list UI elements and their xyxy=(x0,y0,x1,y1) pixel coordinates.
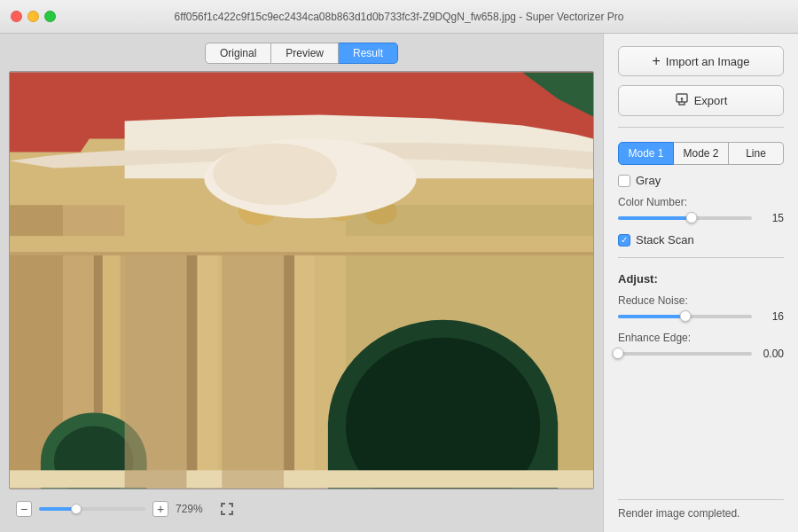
close-button[interactable] xyxy=(11,11,22,22)
stack-scan-option: ✓ Stack Scan xyxy=(618,233,784,246)
mode-tabs: Mode 1 Mode 2 Line xyxy=(618,142,784,165)
minimize-button[interactable] xyxy=(27,11,39,22)
divider-1 xyxy=(618,127,784,128)
plus-icon: + xyxy=(653,53,661,69)
export-icon xyxy=(675,92,689,109)
window-title: 6ff056f1c422c9f15c9ec2434ca08b863d1d0b73… xyxy=(175,11,624,23)
zoom-out-button[interactable]: − xyxy=(16,501,32,517)
zoom-slider[interactable] xyxy=(39,507,145,511)
view-tabs: Original Preview Result xyxy=(9,43,594,64)
image-canvas xyxy=(9,71,594,489)
traffic-lights xyxy=(11,11,56,22)
right-panel: + Import an Image Export Mode 1 Mode 2 L… xyxy=(603,34,798,532)
maximize-button[interactable] xyxy=(44,11,56,22)
status-bar: Render image completed. xyxy=(618,499,784,520)
gray-label: Gray xyxy=(636,174,661,187)
enhance-edge-label: Enhance Edge: xyxy=(618,332,784,344)
zoom-in-button[interactable]: + xyxy=(153,501,168,517)
tab-line[interactable]: Line xyxy=(729,142,784,165)
import-button[interactable]: + Import an Image xyxy=(618,46,784,76)
tab-mode1[interactable]: Mode 1 xyxy=(618,142,674,165)
gray-option: Gray xyxy=(618,174,784,187)
svg-rect-36 xyxy=(231,511,233,515)
color-number-slider[interactable] xyxy=(618,216,752,220)
enhance-edge-value: 0.00 xyxy=(759,348,784,360)
svg-rect-28 xyxy=(10,236,593,252)
tab-result[interactable]: Result xyxy=(339,43,398,64)
export-label: Export xyxy=(694,94,728,107)
main-content: Original Preview Result xyxy=(0,34,798,532)
svg-rect-25 xyxy=(125,249,187,488)
titlebar: 6ff056f1c422c9f15c9ec2434ca08b863d1d0b73… xyxy=(0,0,798,34)
reduce-noise-value: 16 xyxy=(759,310,784,323)
reduce-noise-slider-row: 16 xyxy=(618,310,784,323)
reduce-noise-label: Reduce Noise: xyxy=(618,294,784,307)
artwork-svg xyxy=(10,72,593,489)
import-label: Import an Image xyxy=(666,55,750,68)
gray-checkbox[interactable] xyxy=(618,175,630,187)
stack-scan-label: Stack Scan xyxy=(636,233,694,246)
color-number-section: Color Number: 15 xyxy=(618,196,784,224)
enhance-edge-slider-row: 0.00 xyxy=(618,348,784,360)
color-number-slider-row: 15 xyxy=(618,212,784,224)
canvas-panel: Original Preview Result xyxy=(0,34,603,532)
tab-preview[interactable]: Preview xyxy=(271,43,339,64)
stack-scan-checkbox[interactable]: ✓ xyxy=(618,234,630,246)
adjust-title: Adjust: xyxy=(618,272,784,286)
svg-rect-30 xyxy=(221,503,223,507)
enhance-edge-slider[interactable] xyxy=(618,352,752,356)
svg-rect-34 xyxy=(221,511,223,515)
svg-rect-18 xyxy=(10,470,593,488)
fit-to-window-icon[interactable] xyxy=(218,500,236,518)
tab-mode2[interactable]: Mode 2 xyxy=(674,142,729,165)
svg-rect-8 xyxy=(186,249,197,488)
zoom-value: 729% xyxy=(176,503,211,515)
svg-rect-32 xyxy=(231,503,233,507)
reduce-noise-section: Reduce Noise: 16 xyxy=(618,294,784,323)
svg-rect-10 xyxy=(284,249,294,488)
reduce-noise-slider[interactable] xyxy=(618,315,752,318)
svg-rect-26 xyxy=(222,249,284,488)
color-number-value: 15 xyxy=(759,212,784,224)
bottom-toolbar: − + 729% xyxy=(9,495,594,523)
svg-point-24 xyxy=(213,143,337,205)
color-number-label: Color Number: xyxy=(618,196,784,208)
tab-original[interactable]: Original xyxy=(205,43,271,64)
status-text: Render image completed. xyxy=(618,507,739,520)
export-button[interactable]: Export xyxy=(618,85,784,116)
divider-2 xyxy=(618,257,784,258)
enhance-edge-section: Enhance Edge: 0.00 xyxy=(618,332,784,360)
